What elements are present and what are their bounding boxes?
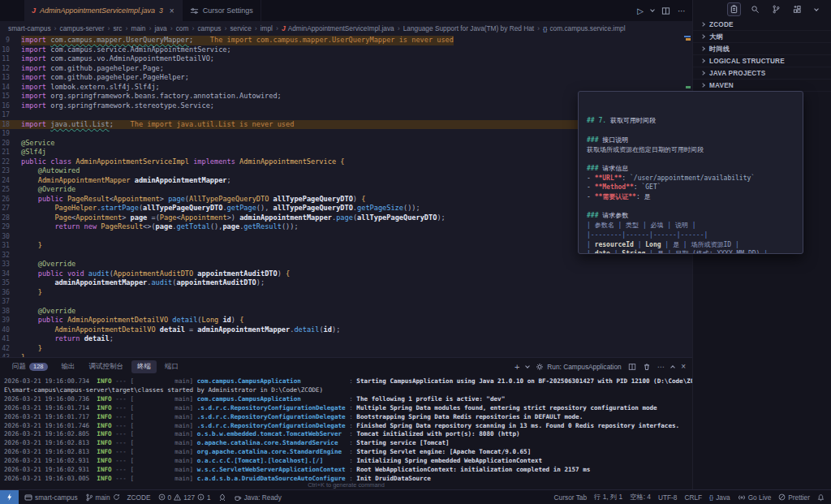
code-line[interactable]: 39 public AdminAppointmentDetailVO detai… (0, 316, 692, 325)
line-number: 41 (0, 334, 21, 344)
run-button[interactable]: ▷ (637, 6, 644, 15)
panel-actions: + Run: CampusApplication ⋯ × (515, 362, 686, 372)
code-line[interactable]: 35 adminAppointmentMapper.audit(appointm… (0, 278, 692, 288)
hover-doc-popup: ## 7. 获取可用时间段 ### 接口说明获取场所或资源在指定日期的可用时间段… (578, 91, 803, 254)
breadcrumb-item[interactable]: service (230, 24, 251, 32)
breadcrumb-label: com (176, 24, 189, 32)
code-line[interactable]: 34 public void audit(AppointmentAuditDTO… (0, 269, 692, 279)
sidebar-more-icon[interactable] (814, 6, 819, 11)
code-line[interactable]: 41 return detail; (0, 334, 692, 344)
statusbar-boot-dashboard[interactable] (218, 493, 226, 502)
statusbar-encoding[interactable]: UTF-8 (658, 493, 678, 502)
panel-more-icon[interactable]: ⋯ (657, 362, 665, 371)
code-line[interactable]: 12import com.github.pagehelper.Page; (0, 64, 692, 74)
code-line-content: import org.springframework.beans.factory… (21, 92, 282, 101)
code-line[interactable]: 37 (0, 297, 692, 307)
code-line-content: @Autowired (21, 166, 80, 176)
breadcrumb-item[interactable]: campus (197, 24, 221, 32)
breadcrumb-item[interactable]: smart-campus (8, 24, 51, 32)
statusbar-java-status[interactable]: Java: Ready (234, 493, 282, 502)
hover-doc-content: ## 7. 获取可用时间段 ### 接口说明获取场所或资源在指定日期的可用时间段… (587, 116, 803, 254)
code-line[interactable]: 11import com.campus.vo.AdminAppointmentD… (0, 54, 692, 64)
panel-tab-输出[interactable]: 输出 (56, 360, 81, 373)
maximize-panel-icon[interactable] (670, 365, 675, 370)
terminal-session[interactable]: Run: CampusApplication (536, 363, 621, 371)
statusbar-workspace[interactable]: ZCODE (127, 493, 151, 502)
code-line[interactable]: 10import com.campus.service.AdminAppoint… (0, 45, 692, 55)
panel-tab-问题[interactable]: 问题128 (6, 360, 54, 373)
sidebar-section-ZCODE[interactable]: ZCODE (693, 19, 831, 31)
source-control-icon[interactable] (769, 2, 783, 16)
terminal-dropdown-icon[interactable] (525, 364, 530, 368)
line-number: 42 (0, 344, 21, 354)
sidebar-section-MAVEN[interactable]: MAVEN (693, 80, 831, 92)
panel-tab-终端[interactable]: 终端 (131, 360, 157, 373)
run-dropdown-icon[interactable] (650, 7, 655, 12)
tab-cursor-settings[interactable]: Cursor Settings (183, 0, 261, 21)
code-line[interactable]: 40 AdminAppointmentDetailVO detail = adm… (0, 325, 692, 335)
close-panel-icon[interactable]: × (681, 362, 686, 371)
hover-doc-line: ### 请求信息 (587, 164, 803, 174)
more-actions-icon[interactable]: ⋯ (678, 6, 686, 15)
breadcrumb-item[interactable]: main (131, 24, 146, 32)
line-number: 13 (0, 73, 21, 83)
statusbar-line-col[interactable]: 行 1, 列 1 (594, 493, 622, 502)
sidebar-section-JAVA PROJECTS[interactable]: JAVA PROJECTS (693, 67, 831, 80)
close-tab-icon[interactable]: × (170, 6, 174, 15)
code-line[interactable]: 9import com.campus.mapper.UserQueryMappe… (0, 36, 692, 45)
code-line[interactable]: 13import com.github.pagehelper.PageHelpe… (0, 73, 692, 83)
sidebar-section-LOGICAL STRUCTURE[interactable]: LOGICAL STRUCTURE (693, 55, 831, 67)
code-line-content: import com.github.pagehelper.PageHelper; (21, 73, 189, 83)
panel-tab-端口[interactable]: 端口 (159, 360, 184, 373)
statusbar-go-live[interactable]: Go Live (738, 493, 772, 502)
statusbar-branch[interactable]: main (85, 493, 120, 502)
new-terminal-icon[interactable]: + (515, 362, 519, 372)
braces-icon: {} (709, 493, 713, 501)
code-line[interactable]: 33 @Override (0, 260, 692, 269)
statusbar-project[interactable]: smart-campus (24, 493, 78, 502)
terminal-output[interactable]: 2026-03-21 19:16:00.734 INFO --- [ main]… (4, 377, 692, 484)
statusbar-notifications[interactable] (817, 493, 825, 502)
search-icon[interactable] (748, 2, 762, 16)
statusbar-indentation[interactable]: 空格: 4 (630, 493, 651, 502)
breadcrumb-item[interactable]: Language Support for Java(TM) by Red Hat (403, 24, 534, 32)
breadcrumb-separator: › (149, 24, 151, 32)
hover-doc-line (587, 202, 803, 212)
extensions-icon[interactable] (790, 2, 804, 16)
statusbar-prettier[interactable]: Prettier (778, 493, 810, 502)
code-line[interactable]: 42 } (0, 344, 692, 354)
tab-admin-appointment-service-impl[interactable]: J AdminAppointmentServiceImpl.java 3 × (24, 0, 183, 21)
line-number: 20 (0, 139, 21, 149)
code-line-content: import com.campus.service.AdminAppointme… (21, 45, 231, 55)
breadcrumb: smart-campus›campus-server›src›main›java… (0, 21, 692, 36)
breadcrumb-label: AdminAppointmentServiceImpl.java (288, 24, 394, 32)
breadcrumb-label: campus-server (60, 24, 105, 32)
statusbar-language[interactable]: {} Java (709, 493, 730, 502)
remote-indicator[interactable] (0, 490, 19, 504)
breadcrumb-item[interactable]: JAdminAppointmentServiceImpl.java (282, 24, 394, 32)
breadcrumb-item[interactable]: src (113, 24, 122, 32)
breadcrumb-item[interactable]: com (176, 24, 189, 32)
debug-console-icon (536, 363, 544, 371)
statusbar-eol[interactable]: CRLF (684, 493, 702, 502)
statusbar-problems[interactable]: 0 127 1 (158, 493, 211, 502)
breadcrumb-item[interactable]: java (154, 24, 166, 32)
breadcrumb-item[interactable]: campus-server (60, 24, 105, 32)
statusbar-cursor-tab[interactable]: Cursor Tab (554, 493, 587, 502)
line-number: 31 (0, 241, 21, 251)
code-line-content: Page<Appointment> page =(Page<Appointmen… (21, 213, 446, 223)
line-col-label: 行 1, 列 1 (594, 493, 622, 502)
breadcrumb-item[interactable]: {}com.campus.service.impl (543, 24, 625, 32)
line-number: 40 (0, 325, 21, 335)
split-editor-icon[interactable] (661, 6, 670, 15)
sidebar-section-大纲[interactable]: 大纲 (693, 31, 831, 43)
code-line[interactable]: 36 } (0, 288, 692, 298)
prettier-label: Prettier (788, 493, 810, 502)
split-terminal-icon[interactable] (628, 363, 636, 371)
trash-icon[interactable] (643, 363, 651, 371)
agent-panel-icon[interactable] (727, 2, 741, 16)
panel-tab-调试控制台[interactable]: 调试控制台 (84, 360, 130, 373)
code-line[interactable]: 38 @Override (0, 307, 692, 317)
sidebar-section-时间线[interactable]: 时间线 (693, 43, 831, 55)
breadcrumb-item[interactable]: impl (260, 24, 273, 32)
